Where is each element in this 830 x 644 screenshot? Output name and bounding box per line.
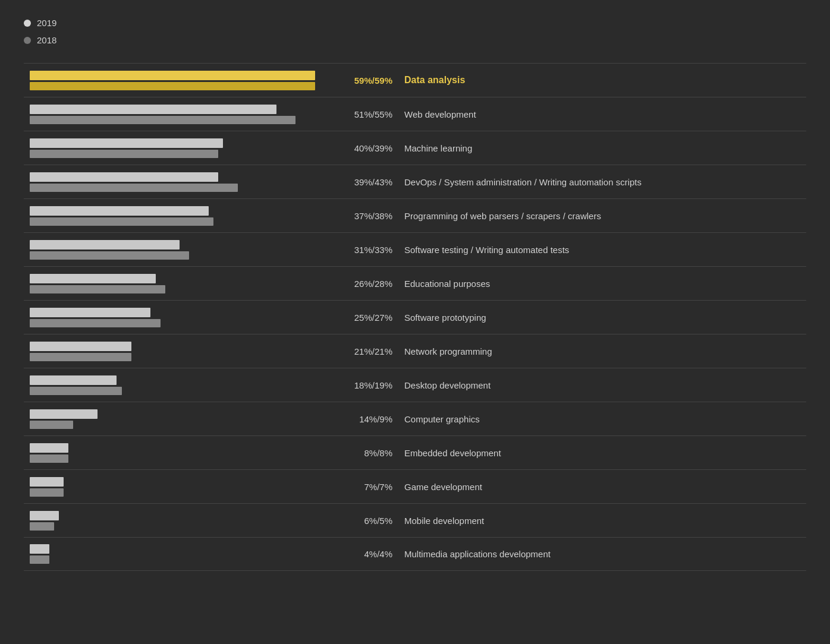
percentage-label: 6%/5% xyxy=(333,516,404,526)
percentage-label: 39%/43% xyxy=(333,177,404,187)
bar-2019 xyxy=(30,71,315,80)
legend-dot-2018 xyxy=(24,37,31,44)
percentage-label: 18%/19% xyxy=(333,380,404,390)
bars-area xyxy=(24,504,333,537)
bar-2019 xyxy=(30,511,59,520)
chart-row: 40%/39%Machine learning xyxy=(24,131,806,165)
row-label: Game development xyxy=(404,482,806,492)
bar-2018 xyxy=(30,82,315,90)
row-label: Web development xyxy=(404,109,806,119)
bar-2019 xyxy=(30,477,64,487)
row-label: DevOps / System administration / Writing… xyxy=(404,177,806,187)
bars-area xyxy=(24,538,333,570)
bar-2019 xyxy=(30,544,49,554)
bar-2018 xyxy=(30,555,49,564)
bars-area xyxy=(24,165,333,198)
bar-2019 xyxy=(30,206,209,216)
bar-2019 xyxy=(30,443,68,453)
percentage-label: 37%/38% xyxy=(333,211,404,221)
legend-dot-2019 xyxy=(24,20,31,27)
bars-area xyxy=(24,64,333,97)
bars-area xyxy=(24,436,333,469)
bars-area xyxy=(24,301,333,334)
row-label: Data analysis xyxy=(404,75,806,86)
bar-2019 xyxy=(30,138,223,148)
chart-row: 25%/27%Software prototyping xyxy=(24,300,806,334)
bar-2019 xyxy=(30,274,156,283)
bars-area xyxy=(24,199,333,232)
bars-area xyxy=(24,131,333,165)
row-label: Network programming xyxy=(404,346,806,356)
row-label: Educational purposes xyxy=(404,279,806,289)
chart-row: 39%/43%DevOps / System administration / … xyxy=(24,165,806,198)
row-label: Software prototyping xyxy=(404,312,806,323)
bar-2018 xyxy=(30,353,131,361)
percentage-label: 25%/27% xyxy=(333,312,404,323)
bar-2019 xyxy=(30,105,276,114)
bar-2018 xyxy=(30,488,64,497)
legend: 2019 2018 xyxy=(24,18,806,45)
legend-label-2018: 2018 xyxy=(37,35,56,45)
legend-item-2018: 2018 xyxy=(24,35,806,45)
chart-row: 14%/9%Computer graphics xyxy=(24,402,806,435)
legend-label-2019: 2019 xyxy=(37,18,56,28)
bar-2018 xyxy=(30,150,218,158)
bars-area xyxy=(24,368,333,402)
bar-2018 xyxy=(30,285,165,293)
percentage-label: 31%/33% xyxy=(333,245,404,255)
row-label: Multimedia applications development xyxy=(404,549,806,559)
bar-2019 xyxy=(30,342,131,351)
bar-2018 xyxy=(30,454,68,463)
percentage-label: 40%/39% xyxy=(333,143,404,153)
percentage-label: 21%/21% xyxy=(333,346,404,356)
percentage-label: 51%/55% xyxy=(333,109,404,119)
chart-row: 26%/28%Educational purposes xyxy=(24,266,806,300)
bars-area xyxy=(24,334,333,368)
bar-2019 xyxy=(30,409,98,419)
chart-row: 4%/4%Multimedia applications development xyxy=(24,537,806,571)
chart: 59%/59%Data analysis51%/55%Web developme… xyxy=(24,63,806,571)
bar-2018 xyxy=(30,522,54,531)
bars-area xyxy=(24,470,333,503)
bars-area xyxy=(24,233,333,266)
chart-row: 6%/5%Mobile development xyxy=(24,503,806,537)
legend-item-2019: 2019 xyxy=(24,18,806,28)
row-label: Mobile development xyxy=(404,516,806,526)
chart-row: 18%/19%Desktop development xyxy=(24,368,806,402)
chart-row: 37%/38%Programming of web parsers / scra… xyxy=(24,198,806,232)
chart-row: 7%/7%Game development xyxy=(24,469,806,503)
bar-2018 xyxy=(30,217,213,226)
percentage-label: 8%/8% xyxy=(333,448,404,458)
bar-2018 xyxy=(30,421,73,429)
row-label: Embedded development xyxy=(404,448,806,458)
bar-2018 xyxy=(30,184,238,192)
percentage-label: 14%/9% xyxy=(333,414,404,424)
bar-2019 xyxy=(30,172,218,182)
chart-row: 59%/59%Data analysis xyxy=(24,63,806,97)
bars-area xyxy=(24,97,333,131)
bars-area xyxy=(24,402,333,435)
row-label: Computer graphics xyxy=(404,414,806,424)
percentage-label: 7%/7% xyxy=(333,482,404,492)
chart-row: 31%/33%Software testing / Writing automa… xyxy=(24,232,806,266)
row-label: Programming of web parsers / scrapers / … xyxy=(404,211,806,221)
row-label: Machine learning xyxy=(404,143,806,153)
row-label: Desktop development xyxy=(404,380,806,390)
row-label: Software testing / Writing automated tes… xyxy=(404,245,806,255)
bar-2018 xyxy=(30,116,295,124)
chart-row: 51%/55%Web development xyxy=(24,97,806,131)
bar-2019 xyxy=(30,240,180,250)
percentage-label: 4%/4% xyxy=(333,549,404,559)
bar-2018 xyxy=(30,387,122,395)
percentage-label: 26%/28% xyxy=(333,279,404,289)
chart-row: 8%/8%Embedded development xyxy=(24,435,806,469)
chart-row: 21%/21%Network programming xyxy=(24,334,806,368)
bar-2019 xyxy=(30,375,117,385)
bar-2018 xyxy=(30,251,189,260)
bar-2019 xyxy=(30,308,150,317)
bars-area xyxy=(24,267,333,300)
percentage-label: 59%/59% xyxy=(333,75,404,86)
bar-2018 xyxy=(30,319,161,327)
